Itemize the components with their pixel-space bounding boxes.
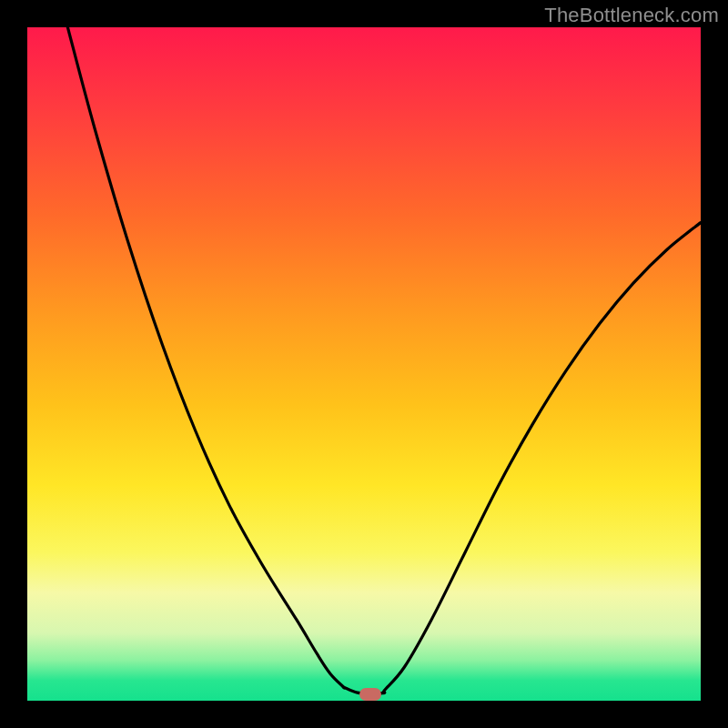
chart-frame: TheBottleneck.com (0, 0, 728, 728)
bottleneck-curve (67, 27, 701, 694)
plot-area (27, 27, 701, 701)
minimum-marker (359, 688, 381, 701)
curve-svg (27, 27, 701, 701)
watermark-text: TheBottleneck.com (544, 4, 719, 27)
